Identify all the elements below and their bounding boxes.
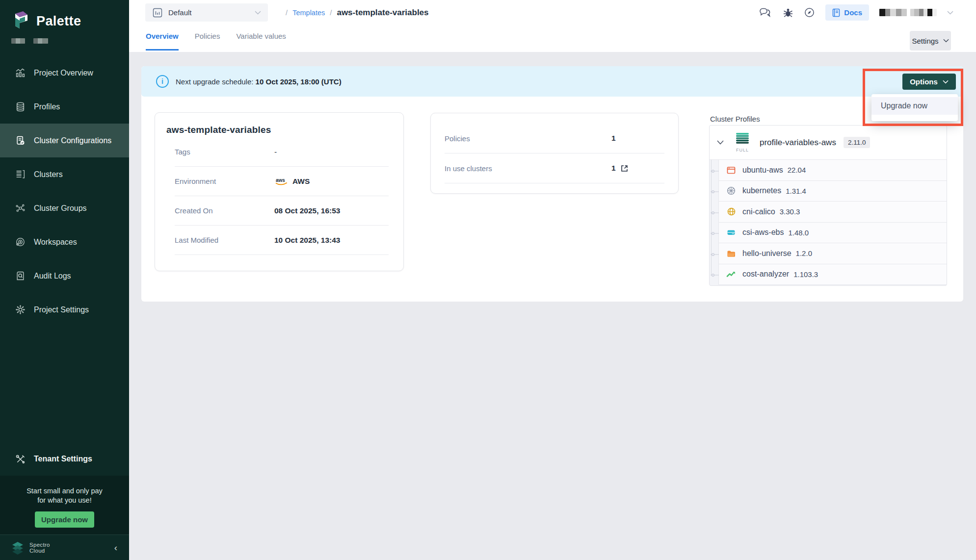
tree-connector-icon: [711, 209, 719, 215]
tab-policies[interactable]: Policies: [195, 25, 220, 51]
top-bar-actions: Docs: [759, 4, 976, 21]
palette-app: Palette Project Overview: [0, 0, 976, 560]
sidebar-item-label: Profiles: [34, 102, 60, 111]
collapse-sidebar-icon[interactable]: ‹: [114, 543, 117, 552]
breadcrumb-templates-link[interactable]: Templates: [292, 9, 325, 17]
explore-compass-icon[interactable]: [804, 7, 815, 18]
layer-row-kubernetes[interactable]: kubernetes 1.31.4: [719, 181, 947, 202]
cluster-profile-name: profile-variables-aws: [760, 138, 836, 148]
sidebar-item-clusters[interactable]: Clusters: [0, 157, 129, 191]
storage-drive-icon: [726, 228, 736, 237]
sidebar-item-label: Clusters: [34, 170, 63, 179]
workspaces-icon: [15, 237, 26, 248]
sidebar-item-cluster-configurations[interactable]: Cluster Configurations: [0, 124, 129, 157]
cluster-profile-header-row[interactable]: FULL profile-variables-aws 2.11.0: [710, 126, 947, 160]
template-name-title: aws-template-variables: [166, 125, 403, 135]
meta-row-created-on: Created On 08 Oct 2025, 16:53: [175, 196, 389, 226]
logo-row: Palette: [0, 0, 129, 31]
profile-stack-icon: FULL: [731, 132, 754, 153]
cluster-groups-icon: [15, 203, 26, 214]
sidebar-item-cluster-groups[interactable]: Cluster Groups: [0, 191, 129, 225]
top-bar: Default / Templates / aws-template-varia…: [129, 0, 976, 25]
promo-text-line1: Start small and only pay: [0, 486, 129, 496]
usage-card: Policies 1 In use clusters 1: [430, 113, 679, 194]
brand-line1: Spectro: [29, 542, 50, 548]
tab-overview[interactable]: Overview: [146, 25, 179, 51]
audit-logs-icon: [15, 271, 26, 281]
docs-book-icon: [832, 8, 840, 17]
layer-row-ubuntu-aws[interactable]: ubuntu-aws 22.04: [719, 160, 947, 181]
info-icon: i: [156, 75, 169, 88]
usage-label: Policies: [445, 134, 611, 143]
meta-label: Tags: [175, 148, 274, 156]
chat-feedback-icon[interactable]: [759, 7, 772, 18]
layer-row-csi-aws-ebs[interactable]: csi-aws-ebs 1.48.0: [719, 223, 947, 244]
sidebar-footer: Spectro Cloud ‹: [0, 535, 129, 560]
docs-button[interactable]: Docs: [825, 4, 869, 21]
bar-chart-icon: [152, 7, 163, 18]
template-meta-rows: Tags - Environment aws: [155, 137, 403, 255]
meta-value: aws AWS: [274, 177, 310, 186]
redacted-chip: [11, 38, 25, 44]
profile-type-label: FULL: [731, 148, 754, 153]
cluster-profiles-panel: FULL profile-variables-aws 2.11.0: [709, 125, 947, 286]
project-scope-selector[interactable]: Default: [145, 3, 268, 22]
options-dropdown-menu: Upgrade now: [871, 94, 958, 121]
settings-button[interactable]: Settings: [910, 31, 951, 51]
layer-row-hello-universe[interactable]: hello-universe 1.2.0: [719, 243, 947, 264]
profiles-icon: [15, 102, 26, 112]
meta-label: Created On: [175, 206, 274, 215]
upgrade-schedule-prefix: Next upgrade schedule:: [176, 77, 256, 86]
meta-value: 10 Oct 2025, 13:43: [274, 236, 340, 245]
breadcrumb-current-page: aws-template-variables: [337, 8, 428, 18]
gear-icon: [15, 305, 26, 315]
tab-variable-values[interactable]: Variable values: [236, 25, 286, 51]
options-button[interactable]: Options: [902, 74, 956, 90]
menu-item-upgrade-now[interactable]: Upgrade now: [871, 97, 958, 115]
usage-label: In use clusters: [445, 164, 611, 173]
settings-button-label: Settings: [912, 37, 938, 45]
promo-text-line2: for what you use!: [0, 496, 129, 505]
breadcrumb-separator: /: [330, 8, 332, 17]
layer-name: cni-calico: [742, 207, 775, 216]
meta-label: Last Modified: [175, 236, 274, 244]
sidebar-item-tenant-settings[interactable]: Tenant Settings: [0, 442, 129, 476]
chevron-down-icon: [255, 11, 261, 15]
user-account-menu[interactable]: [879, 9, 937, 16]
usage-value: 1: [611, 164, 629, 173]
usage-row-policies: Policies 1: [445, 124, 664, 153]
cluster-configurations-icon: [15, 135, 26, 146]
upgrade-now-button[interactable]: Upgrade now: [35, 511, 94, 528]
layer-version: 3.30.3: [780, 207, 800, 216]
layer-version: 1.31.4: [786, 187, 806, 195]
tree-connector-icon: [711, 229, 719, 235]
sidebar-item-label: Project Settings: [34, 305, 89, 314]
brand-text: Spectro Cloud: [29, 542, 50, 554]
options-button-label: Options: [910, 77, 938, 86]
sidebar-item-project-overview[interactable]: Project Overview: [0, 56, 129, 90]
usage-row-in-use-clusters: In use clusters 1: [445, 153, 664, 183]
sidebar-item-workspaces[interactable]: Workspaces: [0, 225, 129, 259]
tab-row: Overview Policies Variable values Settin…: [129, 25, 976, 52]
layer-row-cost-analyzer[interactable]: cost-analyzer 1.103.3: [719, 264, 947, 285]
sidebar-item-audit-logs[interactable]: Audit Logs: [0, 259, 129, 293]
sidebar-item-label: Project Overview: [34, 69, 93, 77]
chevron-down-icon[interactable]: [947, 11, 953, 15]
sidebar-item-profiles[interactable]: Profiles: [0, 90, 129, 124]
meta-row-last-modified: Last Modified 10 Oct 2025, 13:43: [175, 226, 389, 255]
tree-connector-icon: [711, 271, 719, 277]
breadcrumb-separator: /: [286, 8, 288, 17]
chevron-down-icon[interactable]: [717, 140, 724, 145]
layer-row-cni-calico[interactable]: cni-calico 3.30.3: [719, 202, 947, 223]
bug-report-icon[interactable]: [783, 7, 793, 18]
project-scope-value: Default: [168, 8, 192, 17]
spectro-cloud-logo: [11, 541, 25, 555]
meta-label: Environment: [175, 177, 274, 185]
external-link-icon[interactable]: [620, 164, 629, 173]
project-overview-icon: [15, 68, 26, 78]
redacted-username: [879, 9, 907, 16]
folder-icon: [726, 249, 736, 258]
upgrade-schedule-datetime: 10 Oct 2025, 18:00 (UTC): [256, 77, 342, 86]
cluster-profile-version-badge: 2.11.0: [844, 137, 870, 148]
sidebar-item-project-settings[interactable]: Project Settings: [0, 293, 129, 327]
